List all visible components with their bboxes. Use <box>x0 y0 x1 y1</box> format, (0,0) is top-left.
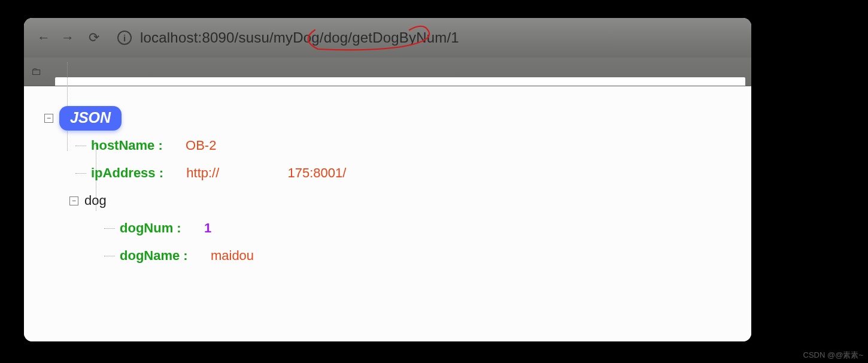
tree-row-dognum: dogNum : 1 <box>104 214 731 242</box>
collapse-toggle-icon[interactable]: − <box>69 196 78 205</box>
browser-toolbar: ← → ⟳ i localhost:8090/susu/myDog/dog/ge… <box>24 18 751 58</box>
dogname-value: maidou <box>211 248 254 263</box>
back-button[interactable]: ← <box>37 31 50 44</box>
watermark: CSDN @@素素~ <box>803 350 863 361</box>
json-root-badge[interactable]: JSON <box>59 106 122 131</box>
tree-row-dogname: dogName : maidou <box>104 242 731 270</box>
dognum-key: dogNum : <box>120 220 181 235</box>
redacted-ip <box>219 167 284 180</box>
ipaddress-key: ipAddress : <box>91 165 163 180</box>
dogname-key: dogName : <box>120 248 188 263</box>
address-bar[interactable]: i localhost:8090/susu/myDog/dog/getDogBy… <box>117 29 738 46</box>
hostname-key: hostName : <box>91 138 163 153</box>
dog-object-label[interactable]: dog <box>84 193 107 208</box>
tree-row-dog: − dog <box>69 187 731 214</box>
tree-row-ipaddress: ipAddress : http:// 175:8001/ <box>75 159 731 187</box>
forward-button[interactable]: → <box>61 31 74 44</box>
bookmark-folder-icon[interactable]: 🗀 <box>31 65 42 78</box>
json-viewer: − JSON hostName : OB-2 ipAddress : http:… <box>24 86 751 341</box>
hostname-value: OB-2 <box>186 138 216 153</box>
tree-root: − JSON <box>44 104 731 132</box>
browser-window: ← → ⟳ i localhost:8090/susu/myDog/dog/ge… <box>24 18 751 341</box>
url-text: localhost:8090/susu/myDog/dog/getDogByNu… <box>140 29 459 46</box>
collapse-toggle-icon[interactable]: − <box>44 114 53 123</box>
site-info-icon[interactable]: i <box>117 31 132 45</box>
bookmarks-bar: 🗀 <box>24 58 751 86</box>
ipaddress-value: http:// 175:8001/ <box>186 165 346 180</box>
tree-row-hostname: hostName : OB-2 <box>75 132 731 159</box>
reload-button[interactable]: ⟳ <box>89 31 99 44</box>
nav-buttons: ← → ⟳ <box>37 31 99 44</box>
blank-strip <box>55 77 745 86</box>
dognum-value: 1 <box>204 220 211 235</box>
